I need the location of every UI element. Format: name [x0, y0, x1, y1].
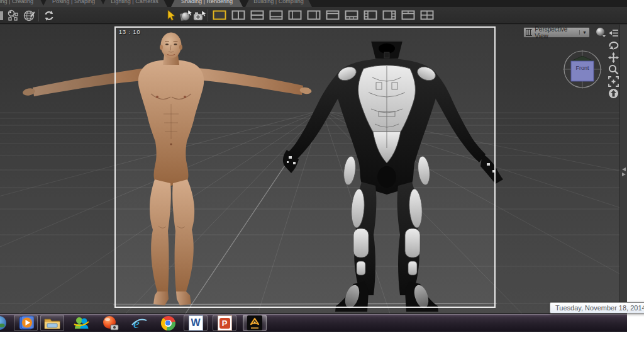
layout-grid-2x2-button[interactable]	[420, 10, 434, 20]
world-edit-icon	[23, 9, 36, 22]
frame-brackets-icon	[608, 76, 619, 87]
draw-style-button[interactable]	[595, 26, 606, 38]
taskbar-photo-media-app[interactable]	[98, 315, 122, 331]
home-view-button[interactable]	[608, 88, 619, 99]
surface-selection-icon	[179, 9, 193, 22]
taskbar-windows-explorer[interactable]	[40, 315, 64, 331]
internet-explorer-icon: e	[130, 315, 148, 331]
zoom-button[interactable]	[608, 64, 619, 75]
chrome-icon	[161, 316, 175, 331]
toolbar-separator	[208, 9, 208, 21]
tab-lighting-cameras[interactable]: Lighting | Cameras	[102, 0, 167, 7]
red-ball-camera-icon	[101, 315, 119, 331]
activity-tab-strip: Modeling | Creating Posing | Shaping Lig…	[0, 0, 627, 7]
aspect-ratio-label: 13 : 10	[119, 29, 141, 35]
orbit-icon	[608, 40, 619, 50]
view-selector-label: Perspective View	[535, 26, 579, 40]
taskbar-word[interactable]: W	[184, 315, 208, 331]
view-selector-dropdown[interactable]: Perspective View ▼	[523, 27, 590, 38]
layout-right-strip-tabbed-button[interactable]	[382, 10, 396, 20]
layout-right-strip-button[interactable]	[307, 10, 321, 20]
date-tooltip: Tuesday, November 18, 2014	[550, 302, 644, 314]
layout-split-horizontal-button[interactable]	[250, 10, 264, 20]
daz-studio-window: Modeling | Creating Posing | Shaping Lig…	[0, 0, 627, 332]
pan-icon	[608, 52, 619, 63]
layout-bottom-strip-button[interactable]	[269, 10, 283, 20]
desktop-screen: Modeling | Creating Posing | Shaping Lig…	[0, 0, 644, 362]
aspect-frame: 13 : 10	[114, 26, 496, 308]
pane-menu-icon	[609, 29, 618, 37]
refresh-icon	[43, 9, 55, 22]
render-tool-button[interactable]	[192, 8, 206, 23]
home-arrow-icon	[608, 88, 619, 99]
tab-shading-rendering[interactable]: Shading | Rendering	[171, 0, 243, 7]
taskbar-daz-studio[interactable]	[243, 315, 267, 331]
pane-splitter[interactable]	[619, 25, 627, 314]
frame-button[interactable]	[608, 76, 619, 87]
refresh-button[interactable]	[42, 8, 56, 23]
layout-top-strip-button[interactable]	[326, 10, 340, 20]
splitter-arrows-icon	[621, 167, 626, 177]
layout-split-vertical-button[interactable]	[231, 10, 245, 20]
scene-schematic-icon	[7, 9, 19, 22]
media-player-icon	[18, 315, 34, 331]
partial-icon	[0, 11, 3, 20]
main-toolbar	[0, 7, 627, 24]
pan-button[interactable]	[608, 52, 619, 63]
view-cube-front-label: Front	[563, 65, 602, 71]
node-selection-cursor-icon	[166, 9, 177, 22]
taskbar-internet-explorer[interactable]: e	[127, 315, 151, 331]
taskbar-powerpoint[interactable]: P	[213, 315, 236, 331]
tab-posing-shaping[interactable]: Posing | Shaping	[43, 0, 104, 7]
node-selection-tool-button[interactable]	[164, 8, 179, 23]
scene-schematic-button[interactable]	[6, 8, 20, 23]
magnifier-icon	[608, 64, 619, 75]
shaded-sphere-icon	[596, 27, 606, 38]
chevron-down-icon: ▼	[579, 30, 587, 35]
folder-icon	[43, 315, 61, 331]
tab-modeling-creating[interactable]: Modeling | Creating	[0, 0, 44, 7]
tab-building-compiling[interactable]: Building | Compiling	[245, 0, 312, 7]
viewport-3d[interactable]: 13 : 10 Perspective View ▼	[0, 25, 627, 314]
layout-top-strip-split-button[interactable]	[401, 10, 415, 20]
view-cube[interactable]: Front	[563, 50, 602, 89]
world-edit-button[interactable]	[22, 8, 36, 23]
pane-menu-button[interactable]	[608, 27, 619, 38]
taskbar-media-player[interactable]	[14, 315, 38, 331]
surface-selection-tool-button[interactable]	[179, 8, 193, 23]
taskbar-network-globe[interactable]	[0, 315, 11, 331]
windows-taskbar: e W P	[0, 314, 627, 332]
daz-studio-icon	[247, 315, 262, 331]
powerpoint-icon: P	[218, 315, 232, 331]
toolbar-separator	[38, 9, 39, 21]
viewport-grid-icon	[526, 29, 532, 36]
globe-icon	[0, 315, 9, 331]
messenger-people-icon	[72, 315, 90, 331]
layout-left-strip-button[interactable]	[288, 10, 302, 20]
layout-bottom-strip-tabbed-button[interactable]	[345, 10, 358, 20]
taskbar-messenger[interactable]	[69, 315, 93, 331]
taskbar-chrome[interactable]	[156, 315, 180, 331]
clipped-toolbar-icon[interactable]	[0, 8, 3, 23]
orbit-button[interactable]	[608, 40, 619, 51]
layout-single-pane-button[interactable]	[213, 10, 226, 20]
layout-left-strip-tabbed-button[interactable]	[364, 10, 377, 20]
word-icon: W	[189, 315, 203, 331]
render-camera-icon	[192, 9, 206, 22]
